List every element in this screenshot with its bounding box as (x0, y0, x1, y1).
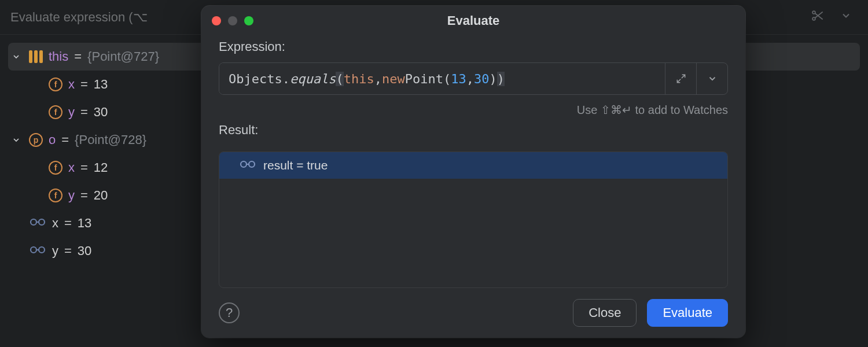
evaluate-dialog: Evaluate Expression: Objects.equals(this… (201, 6, 745, 338)
shortcut-hint: Use ⇧⌘↵ to add to Watches (219, 103, 728, 117)
svg-point-1 (812, 17, 815, 20)
code-token: 13 (451, 72, 466, 86)
field-icon: f (49, 161, 62, 175)
code-token: , (466, 72, 474, 86)
dialog-titlebar[interactable]: Evaluate (201, 6, 745, 36)
field-icon: f (49, 189, 62, 202)
var-value: 12 (94, 160, 108, 175)
code-token: ) (497, 72, 505, 86)
expand-icon[interactable] (665, 63, 696, 94)
chevron-down-icon (9, 135, 23, 145)
expression-field-row: Objects.equals(this, new Point(13, 30)) (219, 62, 728, 95)
var-value: {Point@728} (75, 132, 146, 147)
equals-sign: = (74, 49, 82, 64)
var-value: 30 (94, 105, 108, 120)
svg-point-5 (39, 247, 45, 253)
glasses-icon (239, 158, 256, 172)
equals-sign: = (61, 132, 69, 147)
param-icon: p (29, 133, 43, 147)
var-value: 13 (94, 77, 108, 92)
result-text: result = true (263, 158, 328, 172)
header-tools (810, 8, 858, 27)
history-dropdown-icon[interactable] (696, 63, 727, 94)
code-token: ( (336, 72, 343, 86)
dialog-title: Evaluate (201, 13, 745, 28)
var-name: x (52, 216, 58, 231)
chevron-down-icon (9, 52, 23, 61)
var-name: y (68, 188, 75, 203)
code-token: Objects. (229, 72, 290, 86)
svg-point-6 (241, 161, 247, 167)
window-controls (212, 16, 253, 25)
help-icon: ? (226, 305, 233, 320)
close-button[interactable]: Close (573, 299, 637, 327)
code-token: new (382, 72, 405, 86)
equals-sign: = (64, 243, 72, 259)
var-name: y (68, 105, 75, 120)
code-token: Point( (405, 72, 451, 86)
code-token: this (344, 72, 374, 86)
var-name: y (52, 243, 58, 259)
scissors-icon[interactable] (810, 8, 825, 27)
var-name: o (49, 132, 56, 147)
svg-point-7 (249, 161, 255, 167)
result-label: Result: (219, 123, 728, 138)
code-token: , (374, 72, 382, 86)
svg-point-2 (31, 219, 36, 225)
code-token: equals (290, 72, 336, 86)
svg-point-3 (39, 219, 45, 225)
var-value: 30 (78, 243, 91, 259)
equals-sign: = (80, 77, 88, 92)
equals-sign: = (80, 188, 88, 203)
code-token: ) (489, 72, 496, 86)
evaluate-button[interactable]: Evaluate (647, 299, 728, 327)
dialog-body: Expression: Objects.equals(this, new Poi… (201, 36, 745, 288)
result-row[interactable]: result = true (219, 152, 727, 179)
svg-point-0 (812, 11, 815, 14)
watch-input-placeholder[interactable]: Evaluate expression (⌥ (10, 10, 148, 25)
var-name: x (68, 77, 75, 92)
zoom-window-icon[interactable] (244, 16, 253, 25)
help-button[interactable]: ? (219, 302, 240, 323)
equals-sign: = (80, 160, 88, 175)
chevron-down-icon[interactable] (840, 10, 852, 25)
field-icon: f (49, 105, 62, 119)
code-token: 30 (474, 72, 490, 86)
field-icon: f (49, 77, 62, 91)
var-name: this (49, 49, 68, 64)
close-window-icon[interactable] (212, 16, 221, 25)
glasses-icon (29, 243, 46, 259)
object-icon (29, 50, 43, 63)
evaluate-button-label: Evaluate (663, 305, 712, 320)
expression-label: Expression: (219, 39, 728, 54)
expression-input[interactable]: Objects.equals(this, new Point(13, 30)) (219, 63, 665, 94)
glasses-icon (29, 216, 46, 231)
equals-sign: = (64, 216, 72, 231)
var-name: x (68, 160, 75, 175)
var-value: 20 (94, 188, 108, 203)
close-button-label: Close (589, 305, 621, 320)
minimize-window-icon[interactable] (228, 16, 237, 25)
var-value: 13 (78, 216, 91, 231)
equals-sign: = (80, 105, 88, 120)
dialog-footer: ? Close Evaluate (201, 288, 745, 338)
var-value: {Point@727} (87, 49, 159, 64)
result-panel: result = true (219, 152, 728, 288)
svg-point-4 (31, 247, 36, 253)
